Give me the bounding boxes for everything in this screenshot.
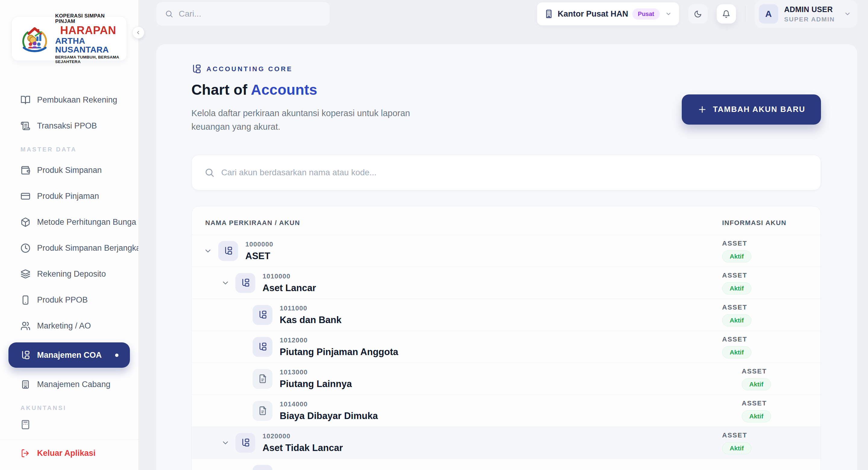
row-expand-chevron[interactable]	[221, 439, 230, 447]
user-menu[interactable]: A ADMIN USER SUPER ADMIN	[755, 0, 857, 28]
table-row[interactable]: 1011000 Kas dan Bank ASSET Aktif	[192, 299, 821, 331]
global-search-input[interactable]	[179, 9, 321, 19]
sidebar-section-master-data: MASTER DATA	[8, 146, 130, 153]
account-code: 1020000	[262, 432, 343, 440]
branch-selector[interactable]: Kantor Pusat HAN Pusat	[537, 2, 679, 26]
account-info: ASSET Aktif	[722, 271, 751, 294]
account-code: 1010000	[262, 272, 316, 280]
account-icon-tile	[253, 465, 273, 470]
account-code: 1013000	[280, 368, 352, 376]
sidebar-item-label: Produk Pinjaman	[37, 192, 99, 201]
account-type-label: ASSET	[742, 368, 767, 375]
status-badge: Aktif	[742, 410, 771, 422]
account-code: 1000000	[245, 240, 273, 248]
sidebar-item-produk-simpanan[interactable]: Produk Simpanan	[8, 161, 130, 179]
sidebar-item-icon	[21, 217, 30, 227]
sidebar-item-pembukaan-rekening[interactable]: Pembukaan Rekening	[8, 90, 130, 109]
account-info: ASSET Aktif	[722, 303, 751, 326]
account-name: Aset Lancar	[262, 283, 316, 294]
sidebar-item-label: Rekening Deposito	[37, 269, 106, 279]
sidebar-item-manajemen-cabang[interactable]: Manajemen Cabang	[8, 375, 130, 394]
logout-label: Keluar Aplikasi	[37, 448, 96, 458]
account-icon-tile	[253, 337, 273, 357]
account-info: ASSET Aktif	[722, 239, 751, 262]
coop-emblem	[17, 21, 52, 56]
account-icon-tile	[253, 401, 273, 421]
table-row[interactable]: 1010000 Aset Lancar ASSET Aktif	[192, 267, 821, 299]
global-search[interactable]	[156, 2, 330, 26]
branch-badge: Pusat	[632, 8, 659, 20]
sidebar-item-icon	[21, 165, 30, 175]
add-account-button[interactable]: TAMBAH AKUN BARU	[682, 94, 821, 125]
account-info: ASSET Aktif	[742, 400, 771, 422]
row-expand-chevron[interactable]	[221, 279, 230, 287]
notifications-button[interactable]	[717, 4, 736, 24]
table-row[interactable]: 1012000 Piutang Pinjaman Anggota ASSET A…	[192, 331, 821, 363]
sidebar-item-label: Produk Simpanan Berjangka	[37, 243, 138, 253]
sidebar-item-transaksi-ppob[interactable]: Transaksi PPOB	[8, 116, 130, 135]
account-name: Aset Tidak Lancar	[262, 443, 343, 453]
sidebar-item-rekening-deposito[interactable]: Rekening Deposito	[8, 265, 130, 283]
brand-name-primary: HARAPAN	[60, 25, 116, 36]
main-area: Kantor Pusat HAN Pusat A ADMIN USER SUPE…	[138, 0, 868, 470]
status-badge: Aktif	[742, 378, 771, 390]
sidebar-item-produk-pinjaman[interactable]: Produk Pinjaman	[8, 187, 130, 205]
sidebar-item-manajemen-coa[interactable]: Manajemen COA	[8, 343, 130, 368]
sidebar-collapse-button[interactable]	[132, 27, 144, 39]
sidebar-item-icon	[21, 191, 30, 201]
brand-tagline-top: KOPERASI SIMPAN PINJAM	[55, 13, 121, 24]
account-icon	[241, 278, 250, 288]
sidebar-item-label: Produk PPOB	[37, 295, 88, 305]
sidebar-item-icon	[21, 121, 30, 131]
page-subtitle: Kelola daftar perkiraan akuntansi kopera…	[191, 107, 433, 134]
account-icon	[258, 374, 267, 383]
moon-icon	[694, 10, 702, 18]
add-account-label: TAMBAH AKUN BARU	[713, 105, 805, 114]
account-info: ASSET Aktif	[742, 368, 771, 390]
sidebar-item-label: Transaksi PPOB	[37, 121, 97, 130]
status-badge: Aktif	[722, 346, 751, 358]
sidebar-item-icon	[21, 269, 30, 279]
brand-logo-card: KOPERASI SIMPAN PINJAM HARAPAN ARTHA NUS…	[11, 16, 127, 61]
account-icon	[258, 406, 267, 415]
status-badge: Aktif	[722, 282, 751, 294]
column-info-header: INFORMASI AKUN	[722, 219, 786, 227]
sidebar-item-produk-simpanan-berjangka[interactable]: Produk Simpanan Berjangka	[8, 239, 130, 257]
account-search-input[interactable]	[221, 168, 808, 177]
row-expand-chevron[interactable]	[204, 247, 212, 255]
sidebar-item-label: Pembukaan Rekening	[37, 95, 117, 105]
module-eyebrow: ACCOUNTING CORE	[191, 64, 433, 74]
search-icon	[204, 168, 215, 178]
account-icon-tile	[236, 433, 255, 453]
account-name: Biaya Dibayar Dimuka	[280, 411, 378, 421]
table-row[interactable]: 1000000 ASET ASSET Aktif	[192, 235, 821, 267]
sidebar-item-produk-ppob[interactable]: Produk PPOB	[8, 291, 130, 309]
sidebar-item-metode-perhitungan-bunga[interactable]: Metode Perhitungan Bunga	[8, 213, 130, 231]
sidebar-item-icon	[21, 380, 30, 389]
sidebar-item-marketing-ao[interactable]: Marketing / AO	[8, 317, 130, 335]
sidebar-nav: Pembukaan Rekening Transaksi PPOB MASTER…	[0, 90, 138, 439]
branch-name: Kantor Pusat HAN	[558, 9, 628, 19]
account-name: Piutang Lainnya	[280, 379, 352, 389]
brand-name-secondary: ARTHA NUSANTARA	[55, 36, 121, 54]
page-title-accent: Accounts	[251, 82, 317, 98]
table-row[interactable]: 1021000	[192, 459, 821, 470]
table-row[interactable]: 1013000 Piutang Lainnya ASSET Aktif	[192, 363, 821, 395]
account-type-label: ASSET	[722, 303, 747, 311]
sidebar-footer: Keluar Aplikasi	[0, 439, 138, 470]
sidebar-item-partial[interactable]	[8, 419, 130, 430]
user-role: SUPER ADMIN	[784, 16, 835, 23]
bell-icon	[722, 10, 730, 18]
accounts-table: NAMA PERKIRAAN / AKUN INFORMASI AKUN 100…	[191, 206, 821, 470]
sidebar-item-label: Metode Perhitungan Bunga	[37, 217, 136, 227]
account-icon	[258, 342, 267, 351]
table-row[interactable]: 1014000 Biaya Dibayar Dimuka ASSET Aktif	[192, 395, 821, 427]
logout-button[interactable]: Keluar Aplikasi	[8, 448, 130, 458]
sidebar-item-icon	[21, 295, 30, 305]
status-badge: Aktif	[722, 442, 751, 454]
account-search[interactable]	[191, 155, 821, 190]
dark-mode-toggle[interactable]	[688, 4, 708, 24]
account-icon	[241, 438, 250, 447]
table-row[interactable]: 1020000 Aset Tidak Lancar ASSET Aktif	[192, 427, 821, 459]
account-type-label: ASSET	[722, 239, 747, 247]
